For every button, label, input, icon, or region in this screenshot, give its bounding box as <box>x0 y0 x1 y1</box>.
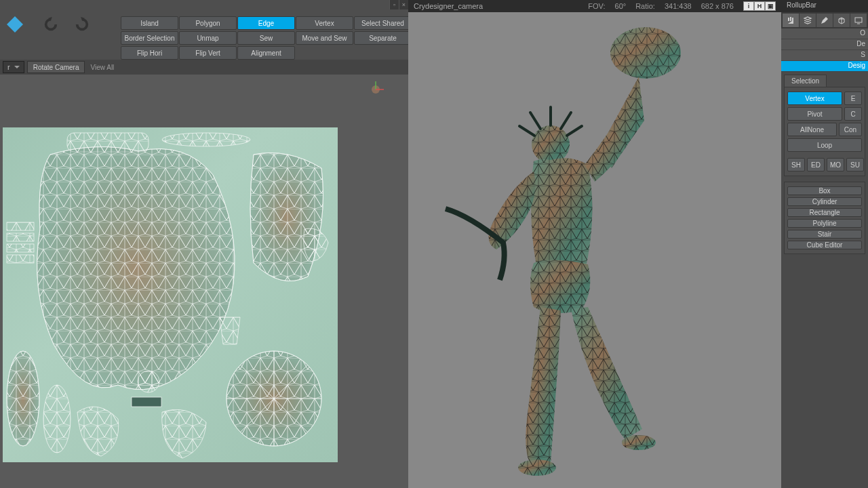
sub-toolbar: r Rotate Camera View All <box>0 60 408 75</box>
box-button[interactable]: Box <box>787 186 862 195</box>
uv-wireframe <box>3 127 338 462</box>
layers-icon <box>803 16 812 25</box>
shapes-section: Box Cylinder Rectangle Polyline Stair Cu… <box>781 179 868 257</box>
alignment-button[interactable]: Alignment <box>237 46 295 60</box>
camera-dropdown[interactable]: r <box>3 61 24 73</box>
selection-tab[interactable]: Selection <box>784 75 827 87</box>
flip-hori-button[interactable]: Flip Hori <box>121 46 178 60</box>
mo-button[interactable]: MO <box>827 158 844 171</box>
toolbar-icons <box>0 15 90 34</box>
svg-rect-5 <box>7 222 34 230</box>
svg-point-11 <box>43 385 71 453</box>
svg-rect-7 <box>7 244 34 252</box>
tab-cube[interactable] <box>833 14 850 27</box>
view-all-label[interactable]: View All <box>87 64 114 71</box>
flip-vert-button[interactable]: Flip Vert <box>179 46 237 60</box>
ed-button[interactable]: ED <box>807 158 825 171</box>
tab-monitor[interactable] <box>850 14 867 27</box>
mode-row-2: Border Selection Unmap Sew Move and Sew … <box>121 31 412 45</box>
redo-icon[interactable] <box>75 17 90 32</box>
cube-editor-button[interactable]: Cube Editor <box>787 241 862 249</box>
svg-point-10 <box>7 351 39 446</box>
monitor-icon <box>854 16 863 25</box>
svg-point-28 <box>532 125 570 163</box>
uv-header: ▫ × Island Polygon Edge Vertex Select Sh… <box>0 0 408 60</box>
ratio-label: Ratio: <box>635 2 655 10</box>
svg-point-4 <box>162 133 250 146</box>
pin-button[interactable]: ▫ <box>389 0 399 9</box>
viewport-icons: i H ▣ <box>743 1 776 11</box>
uv-canvas[interactable] <box>0 75 408 488</box>
stack-item-designer[interactable]: Desig <box>781 61 868 72</box>
separate-button[interactable]: Separate <box>354 31 412 45</box>
pivot-button[interactable]: Pivot <box>787 107 842 121</box>
rollup-title: RollupBar <box>781 0 868 12</box>
svg-rect-24 <box>408 12 781 488</box>
stack-item[interactable]: S <box>781 50 868 61</box>
uv-texture-area <box>3 127 338 462</box>
island-button[interactable]: Island <box>121 16 178 30</box>
svg-rect-6 <box>7 233 34 241</box>
move-and-sew-button[interactable]: Move and Sew <box>296 31 353 45</box>
su-button[interactable]: SU <box>846 158 864 171</box>
rollup-tabs <box>781 12 868 28</box>
sh-button[interactable]: SH <box>787 158 805 171</box>
viewport-header: Crydesigner_camera FOV: 60° Ratio: 341:4… <box>408 0 781 12</box>
vertex-button[interactable]: Vertex <box>296 16 353 30</box>
viewport-canvas[interactable] <box>408 12 781 488</box>
cylinder-button[interactable]: Cylinder <box>787 197 862 206</box>
viewport-title: Crydesigner_camera <box>414 2 578 10</box>
uv-editor-panel: ▫ × Island Polygon Edge Vertex Select Sh… <box>0 0 408 488</box>
tab-pencil[interactable] <box>816 14 833 27</box>
mode-letters: SH ED MO SU <box>787 158 862 171</box>
select-shared-button[interactable]: Select Shared <box>354 16 412 30</box>
stack-item[interactable]: De <box>781 39 868 50</box>
polyline-button[interactable]: Polyline <box>787 219 862 228</box>
undo-icon[interactable] <box>43 17 58 32</box>
uv-tool-icon[interactable] <box>5 15 24 34</box>
rollup-panel: RollupBar O De S Desig Selection Vertex … <box>781 0 868 488</box>
mode-row-1: Island Polygon Edge Vertex Select Shared <box>121 16 412 30</box>
svg-rect-8 <box>7 255 34 263</box>
selection-section: Selection Vertex E Pivot C AllNone Con L… <box>781 72 868 179</box>
close-button[interactable]: × <box>399 0 408 9</box>
viewport-panel: Crydesigner_camera FOV: 60° Ratio: 341:4… <box>408 0 781 488</box>
edge-button[interactable]: Edge <box>237 16 295 30</box>
ratio-value: 341:438 <box>665 2 692 10</box>
unmap-button[interactable]: Unmap <box>179 31 237 45</box>
border-selection-button[interactable]: Border Selection <box>121 31 178 45</box>
svg-point-37 <box>622 435 656 450</box>
helpers-icon[interactable]: H <box>754 1 765 11</box>
svg-rect-13 <box>132 397 161 407</box>
loop-button[interactable]: Loop <box>787 138 862 152</box>
info-icon[interactable]: i <box>743 1 754 11</box>
fov-value: 60° <box>615 2 627 10</box>
dropdown-label: r <box>7 63 10 71</box>
polygon-button[interactable]: Polygon <box>179 16 237 30</box>
sew-button[interactable]: Sew <box>237 31 295 45</box>
tab-layers[interactable] <box>800 14 816 27</box>
svg-point-26 <box>610 27 681 79</box>
pencil-icon <box>820 16 829 25</box>
display-icon[interactable]: ▣ <box>765 1 776 11</box>
tab-hand[interactable] <box>783 14 799 27</box>
stair-button[interactable]: Stair <box>787 230 862 239</box>
edge-mode-button[interactable]: E <box>844 92 862 105</box>
rotate-camera-button[interactable]: Rotate Camera <box>27 61 85 73</box>
con-button[interactable]: Con <box>839 123 862 136</box>
fov-label: FOV: <box>588 2 605 10</box>
svg-rect-38 <box>855 18 862 22</box>
hand-icon <box>786 16 795 25</box>
vertex-mode-button[interactable]: Vertex <box>787 92 842 105</box>
rectangle-button[interactable]: Rectangle <box>787 208 862 217</box>
cube-icon <box>837 16 846 25</box>
stack-item[interactable]: O <box>781 28 868 39</box>
svg-point-12 <box>138 371 159 392</box>
svg-point-35 <box>518 460 556 476</box>
axis-gizmo-icon[interactable] <box>366 80 385 99</box>
window-controls: ▫ × <box>389 0 408 9</box>
resolution-value: 682 x 876 <box>701 2 734 10</box>
allnone-button[interactable]: AllNone <box>787 123 837 136</box>
c-button[interactable]: C <box>844 107 862 121</box>
stack-rows: O De S Desig <box>781 28 868 72</box>
